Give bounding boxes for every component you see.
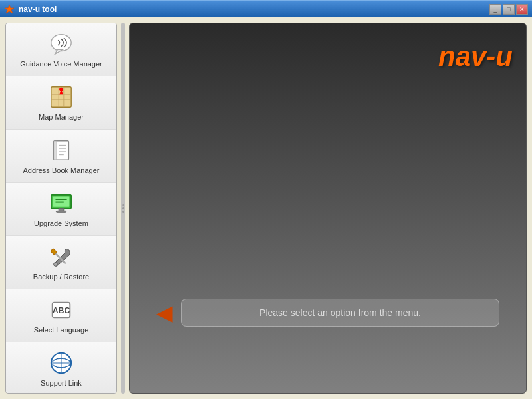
minimize-button[interactable]: _ [489, 4, 501, 15]
message-area: ◀ Please select an option from the menu. [156, 299, 499, 327]
address-book-label: Address Book Manager [23, 166, 100, 175]
svg-point-9 [59, 88, 63, 92]
sidebar-item-upgrade-system[interactable]: Upgrade System [6, 183, 116, 236]
sidebar-item-guidance-voice[interactable]: Guidance Voice Manager [6, 23, 116, 76]
backup-restore-label: Backup / Restore [33, 273, 89, 281]
svg-text:ABC: ABC [53, 306, 70, 315]
voice-icon [48, 31, 74, 57]
backup-icon [48, 243, 74, 270]
upgrade-icon [48, 190, 74, 217]
map-icon [48, 84, 74, 110]
content-area: nav-u ◀ Please select an option from the… [129, 23, 527, 394]
support-icon [48, 350, 74, 376]
main-container: Guidance Voice Manager Map Manager [0, 17, 532, 399]
svg-point-1 [51, 35, 71, 51]
guidance-voice-label: Guidance Voice Manager [20, 60, 102, 68]
svg-marker-0 [5, 5, 14, 13]
arrow-icon: ◀ [156, 302, 173, 323]
message-text: Please select an option from the menu. [259, 307, 421, 318]
address-book-icon [48, 137, 74, 164]
brand-logo: nav-u [438, 41, 513, 72]
window-title: nav-u tool [19, 5, 57, 14]
maximize-button[interactable]: □ [503, 4, 515, 15]
message-bubble: Please select an option from the menu. [181, 299, 499, 327]
svg-marker-2 [55, 49, 63, 54]
upgrade-system-label: Upgrade System [34, 219, 88, 228]
title-buttons: _ □ ✕ [489, 4, 528, 15]
sidebar: Guidance Voice Manager Map Manager [5, 23, 117, 394]
title-bar-left: nav-u tool [4, 4, 57, 15]
svg-point-23 [54, 262, 58, 266]
close-button[interactable]: ✕ [516, 4, 528, 15]
sidebar-item-map-manager[interactable]: Map Manager [6, 76, 116, 130]
svg-rect-19 [59, 209, 64, 211]
sidebar-item-support-link[interactable]: Support Link [6, 342, 116, 394]
svg-rect-20 [56, 211, 66, 212]
map-manager-label: Map Manager [39, 113, 84, 122]
select-language-label: Select Language [34, 326, 89, 334]
app-icon [4, 4, 15, 15]
svg-rect-18 [53, 196, 70, 206]
sidebar-item-address-book[interactable]: Address Book Manager [6, 130, 116, 183]
svg-rect-11 [54, 141, 57, 160]
language-icon: ABC [48, 297, 74, 323]
sidebar-item-select-language[interactable]: ABC Select Language [6, 289, 116, 342]
title-bar: nav-u tool _ □ ✕ [0, 0, 532, 17]
sidebar-item-backup-restore[interactable]: Backup / Restore [6, 236, 116, 289]
resize-handle[interactable] [121, 23, 125, 394]
support-link-label: Support Link [41, 379, 82, 388]
